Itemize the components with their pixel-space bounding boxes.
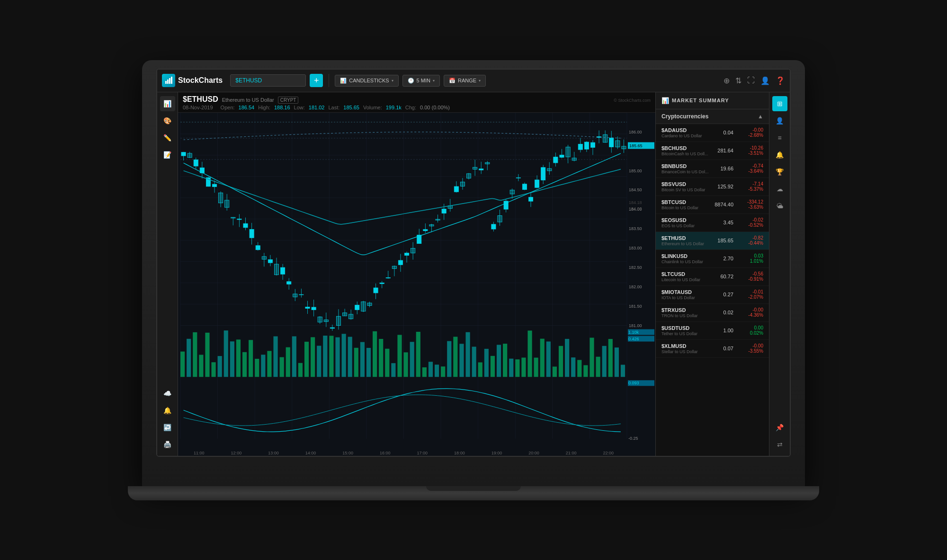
upload-icon[interactable]: ☁️ <box>160 386 175 401</box>
bell-icon[interactable]: 🔔 <box>160 403 175 418</box>
dashboard-icon[interactable]: ⊞ <box>772 96 787 111</box>
crypto-list-item[interactable]: $BSVUSD Bitcoin SV to US Dollar 125.92 -… <box>656 178 769 196</box>
crypto-symbol: $ADAUSD <box>661 127 710 133</box>
account-icon[interactable]: 👤 <box>760 76 770 85</box>
symbol-input[interactable] <box>230 74 306 87</box>
pencil-icon[interactable]: ✏️ <box>160 130 175 145</box>
crypto-list-item[interactable]: $ADAUSD Cardano to US Dollar 0.04 -0.00-… <box>656 124 769 142</box>
crypto-name: Bitcoin to US Dollar <box>661 205 710 210</box>
crypto-price: 0.07 <box>710 346 733 351</box>
add-symbol-button[interactable]: + <box>310 74 323 87</box>
crypto-name: Ethereum to US Dollar <box>661 241 710 246</box>
swap-icon[interactable]: ⇄ <box>772 437 787 452</box>
chevron-down-icon: ▾ <box>392 79 393 83</box>
chart-header: $ETHUSD Ethereum to US Dollar CRYPT © St… <box>178 92 655 113</box>
crypto-change: -0.74-3.64% <box>737 163 763 174</box>
crypto-list-item[interactable]: $MIOTAUSD IOTA to US Dollar 0.27 -0.01-2… <box>656 286 769 304</box>
left-sidebar: 📊 🎨 ✏️ 📝 ☁️ 🔔 ↩️ 🖨️ <box>157 92 178 456</box>
crypto-change: 0.031.01% <box>737 253 763 264</box>
crypto-symbol: $ETHUSD <box>661 235 710 241</box>
range-button[interactable]: 📅 RANGE ▾ <box>444 75 486 87</box>
crypto-price: 0.02 <box>710 310 733 315</box>
crypto-price: 0.04 <box>710 130 733 135</box>
crypto-info: $EOSUSD EOS to US Dollar <box>661 217 710 228</box>
crypto-info: $MIOTAUSD IOTA to US Dollar <box>661 289 710 300</box>
low-value: 181.02 <box>309 105 325 110</box>
crypto-list-item[interactable]: $USDTUSD Tether to US Dollar 1.00 0.000.… <box>656 322 769 340</box>
crypto-change: -0.82-0.44% <box>737 235 763 246</box>
crypto-name: Stellar to US Dollar <box>661 349 710 354</box>
chg-value: 0.00 (0.00%) <box>420 105 450 110</box>
chart-type-button[interactable]: 📊 CANDLESTICKS ▾ <box>335 75 398 87</box>
trophy-icon[interactable]: 🏆 <box>772 164 787 179</box>
palette-icon[interactable]: 🎨 <box>160 113 175 128</box>
chart-date: 08-Nov-2019 <box>183 105 213 110</box>
crypto-list-item[interactable]: $BTCUSD Bitcoin to US Dollar 8874.40 -33… <box>656 196 769 214</box>
chart-symbol: $ETHUSD <box>183 95 218 104</box>
sync-icon[interactable]: ⇅ <box>735 76 742 85</box>
open-value: 186.54 <box>239 105 255 110</box>
crypto-list-item[interactable]: $LTCUSD Litecoin to US Dollar 60.72 -0.5… <box>656 268 769 286</box>
pin-icon[interactable]: 📌 <box>772 420 787 435</box>
crypto-info: $ADAUSD Cardano to US Dollar <box>661 127 710 138</box>
filter-icon[interactable]: ≡ <box>772 130 787 145</box>
crypto-price: 281.64 <box>710 148 733 153</box>
collapse-button[interactable]: ▲ <box>758 113 763 120</box>
low-label: Low: <box>294 105 305 110</box>
cloud-icon[interactable]: 🌥 <box>772 198 787 213</box>
chart-type-icon: 📊 <box>340 78 347 84</box>
crypto-name: IOTA to US Dollar <box>661 295 710 300</box>
cloud-upload-icon[interactable]: ☁ <box>772 181 787 196</box>
main-content: 📊 🎨 ✏️ 📝 ☁️ 🔔 ↩️ 🖨️ <box>157 92 790 456</box>
crypto-price: 2.70 <box>710 256 733 261</box>
crypto-info: $LTCUSD Litecoin to US Dollar <box>661 271 710 282</box>
annotation-icon[interactable]: 📝 <box>160 147 175 162</box>
crypto-list-item[interactable]: $TRXUSD TRON to US Dollar 0.02 -0.00-4.3… <box>656 304 769 322</box>
crypto-price: 125.92 <box>710 184 733 189</box>
crypto-change: -0.56-0.91% <box>737 271 763 282</box>
crypto-list-item[interactable]: $LINKUSD Chainlink to US Dollar 2.70 0.0… <box>656 250 769 268</box>
logo-icon <box>162 74 175 87</box>
help-icon[interactable]: ❓ <box>776 76 785 85</box>
print-icon[interactable]: 🖨️ <box>160 437 175 452</box>
crypto-list-item[interactable]: $EOSUSD EOS to US Dollar 3.45 -0.02-0.52… <box>656 214 769 232</box>
crypto-info: $BTCUSD Bitcoin to US Dollar <box>661 199 710 210</box>
right-panel: 📊 MARKET SUMMARY Cryptocurrencies ▲ $ADA… <box>655 92 769 456</box>
chart-area: $ETHUSD Ethereum to US Dollar CRYPT © St… <box>178 92 655 456</box>
crypto-info: $LINKUSD Chainlink to US Dollar <box>661 253 710 264</box>
topbar-right-icons: ⊕ ⇅ ⛶ 👤 ❓ <box>724 76 785 85</box>
crypto-symbol: $EOSUSD <box>661 217 710 223</box>
topbar: StockCharts + 📊 CANDLESTICKS ▾ 🕐 5 MIN <box>157 70 790 92</box>
crypto-list-item[interactable]: $XLMUSD Stellar to US Dollar 0.07 -0.00-… <box>656 340 769 358</box>
crypto-price: 185.65 <box>710 238 733 243</box>
market-summary-title: MARKET SUMMARY <box>672 98 763 103</box>
svg-rect-0 <box>165 81 167 84</box>
alert-icon[interactable]: 🔔 <box>772 147 787 162</box>
chart-icon[interactable]: 📊 <box>160 96 175 111</box>
calendar-icon: 📅 <box>449 78 456 84</box>
crypto-list-item[interactable]: $BNBUSD BinanceCoin to US Dol... 19.66 -… <box>656 160 769 178</box>
crypto-symbol: $BCHUSD <box>661 145 710 151</box>
undo-icon[interactable]: ↩️ <box>160 420 175 435</box>
crypto-price: 3.45 <box>710 220 733 225</box>
users-icon[interactable]: 👤 <box>772 113 787 128</box>
right-sidebar: ⊞ 👤 ≡ 🔔 🏆 ☁ 🌥 📌 ⇄ <box>769 92 790 456</box>
crypto-info: $BSVUSD Bitcoin SV to US Dollar <box>661 181 710 192</box>
last-value: 185.65 <box>343 105 359 110</box>
crosshair-icon[interactable]: ⊕ <box>724 76 730 85</box>
logo: StockCharts <box>162 74 223 87</box>
crypto-name: Bitcoin SV to US Dollar <box>661 187 710 192</box>
crypto-change: -0.00-2.68% <box>737 127 763 138</box>
chg-label: Chg: <box>405 105 416 110</box>
timeframe-button[interactable]: 🕐 5 MIN ▾ <box>402 75 440 87</box>
svg-rect-3 <box>171 77 172 84</box>
crypto-name: Litecoin to US Dollar <box>661 277 710 282</box>
chart-canvas[interactable] <box>178 113 655 456</box>
section-title: Cryptocurrencies <box>661 113 758 120</box>
clock-icon: 🕐 <box>408 78 414 84</box>
fullscreen-icon[interactable]: ⛶ <box>747 76 755 85</box>
crypto-list-item[interactable]: $BCHUSD BitcoinCash to US Doll... 281.64… <box>656 142 769 160</box>
crypto-list-item[interactable]: $ETHUSD Ethereum to US Dollar 185.65 -0.… <box>656 232 769 250</box>
crypto-symbol: $XLMUSD <box>661 343 710 349</box>
crypto-name: Chainlink to US Dollar <box>661 259 710 264</box>
